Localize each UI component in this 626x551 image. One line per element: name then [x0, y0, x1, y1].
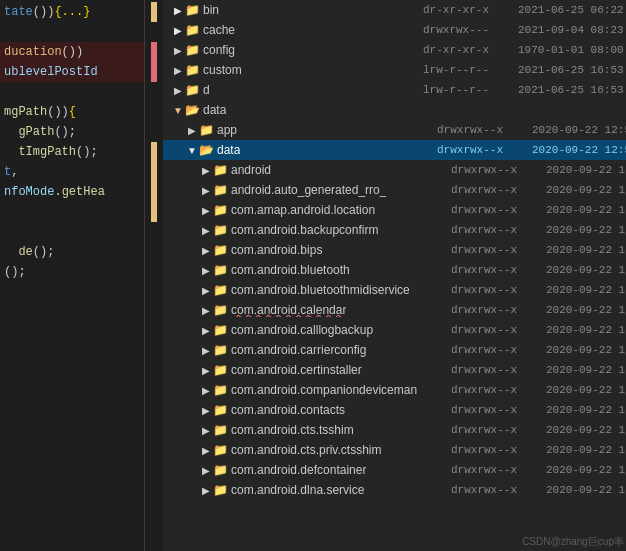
code-line-5 — [0, 82, 144, 102]
expand-arrow[interactable]: ▶ — [199, 365, 213, 376]
expand-arrow[interactable]: ▶ — [199, 345, 213, 356]
expand-arrow[interactable]: ▶ — [199, 185, 213, 196]
expand-arrow[interactable]: ▼ — [185, 145, 199, 156]
tree-row-data-parent[interactable]: ▼ 📂 data — [163, 100, 626, 120]
tree-row-cache[interactable]: ▶ 📁 cache drwxrwx--- 2021-09-04 08:23 — [163, 20, 626, 40]
file-name: com.android.backupconfirm — [231, 223, 451, 237]
tree-row-calendar[interactable]: ▶ 📁 com.android.calendar drwxrwx--x 2020… — [163, 300, 626, 320]
file-name: com.android.bluetoothmidiservice — [231, 283, 451, 297]
folder-icon: 📁 — [213, 383, 229, 397]
folder-icon: 📁 — [213, 203, 229, 217]
expand-arrow[interactable]: ▶ — [199, 445, 213, 456]
tree-row-defcontainer[interactable]: ▶ 📁 com.android.defcontainer drwxrwx--x … — [163, 460, 626, 480]
watermark: CSDN@zhang巨cup率 — [522, 535, 624, 549]
tree-row-cert[interactable]: ▶ 📁 com.android.certinstaller drwxrwx--x… — [163, 360, 626, 380]
file-name: com.android.carrierconfig — [231, 343, 451, 357]
file-name: com.amap.android.location — [231, 203, 451, 217]
tree-row-android-auto[interactable]: ▶ 📁 android.auto_generated_rro_ drwxrwx-… — [163, 180, 626, 200]
file-name: com.android.certinstaller — [231, 363, 451, 377]
gutter-red-2 — [151, 62, 157, 82]
expand-arrow[interactable]: ▶ — [199, 305, 213, 316]
tree-row-app[interactable]: ▶ 📁 app drwxrwx--x 2020-09-22 12:59 — [163, 120, 626, 140]
folder-icon: 📁 — [185, 3, 201, 17]
expand-arrow[interactable]: ▶ — [199, 405, 213, 416]
expand-arrow[interactable]: ▶ — [199, 485, 213, 496]
file-name: data — [203, 103, 423, 117]
folder-icon: 📁 — [185, 63, 201, 77]
folder-icon: 📁 — [213, 483, 229, 497]
tree-row-data-selected[interactable]: ▼ 📂 data drwxrwx--x 2020-09-22 12:59 — [163, 140, 626, 160]
file-name: app — [217, 123, 437, 137]
folder-icon: 📁 — [213, 343, 229, 357]
tree-row-contacts[interactable]: ▶ 📁 com.android.contacts drwxrwx--x 2020… — [163, 400, 626, 420]
gutter-yellow-2 — [151, 142, 157, 162]
folder-icon: 📁 — [213, 183, 229, 197]
expand-arrow[interactable]: ▶ — [199, 245, 213, 256]
file-name: com.android.cts.tsshim — [231, 423, 451, 437]
folder-icon: 📁 — [199, 123, 215, 137]
expand-arrow[interactable]: ▶ — [171, 85, 185, 96]
tree-row-d[interactable]: ▶ 📁 d lrw-r--r-- 2021-06-25 16:53 — [163, 80, 626, 100]
expand-arrow[interactable]: ▶ — [199, 265, 213, 276]
file-tree[interactable]: ▶ 📁 bin dr-xr-xr-x 2021-06-25 06:22 ▶ 📁 … — [163, 0, 626, 551]
file-name: data — [217, 143, 437, 157]
gutter-yellow-4 — [151, 182, 157, 202]
tree-row-companion[interactable]: ▶ 📁 com.android.companiondeviceman drwxr… — [163, 380, 626, 400]
file-name: com.android.bips — [231, 243, 451, 257]
code-line-13: de(); — [0, 242, 144, 262]
tree-row-btmidi[interactable]: ▶ 📁 com.android.bluetoothmidiservice drw… — [163, 280, 626, 300]
expand-arrow[interactable]: ▶ — [199, 285, 213, 296]
expand-arrow[interactable]: ▶ — [199, 425, 213, 436]
file-name: com.android.defcontainer — [231, 463, 451, 477]
folder-icon: 📂 — [199, 143, 215, 157]
folder-icon: 📁 — [185, 83, 201, 97]
code-line-11 — [0, 202, 144, 222]
expand-arrow[interactable]: ▶ — [199, 205, 213, 216]
expand-arrow[interactable]: ▶ — [185, 125, 199, 136]
expand-arrow[interactable]: ▶ — [171, 25, 185, 36]
tree-row-backupconfirm[interactable]: ▶ 📁 com.android.backupconfirm drwxrwx--x… — [163, 220, 626, 240]
tree-row-amap[interactable]: ▶ 📁 com.amap.android.location drwxrwx--x… — [163, 200, 626, 220]
gutter-empty-2 — [151, 82, 157, 142]
expand-arrow[interactable]: ▶ — [199, 165, 213, 176]
file-name: custom — [203, 63, 423, 77]
code-line-8: tImgPath(); — [0, 142, 144, 162]
expand-arrow[interactable]: ▶ — [171, 65, 185, 76]
expand-arrow[interactable]: ▶ — [199, 225, 213, 236]
file-name: cache — [203, 23, 423, 37]
file-name: config — [203, 43, 423, 57]
gutter-yellow-1 — [151, 2, 157, 22]
tree-row-bips[interactable]: ▶ 📁 com.android.bips drwxrwx--x 2020-09-… — [163, 240, 626, 260]
expand-arrow[interactable]: ▼ — [171, 105, 185, 116]
tree-row-android[interactable]: ▶ 📁 android drwxrwx--x 2020-09-22 12:59 — [163, 160, 626, 180]
tree-row-config[interactable]: ▶ 📁 config dr-xr-xr-x 1970-01-01 08:00 — [163, 40, 626, 60]
tree-row-custom[interactable]: ▶ 📁 custom lrw-r--r-- 2021-06-25 16:53 — [163, 60, 626, 80]
file-name: com.android.dlna.service — [231, 483, 451, 497]
expand-arrow[interactable]: ▶ — [199, 325, 213, 336]
folder-icon: 📁 — [213, 163, 229, 177]
code-line-6: mgPath()) { — [0, 102, 144, 122]
code-line-14: (); — [0, 262, 144, 282]
folder-icon: 📁 — [213, 463, 229, 477]
tree-row-cts[interactable]: ▶ 📁 com.android.cts.tsshim drwxrwx--x 20… — [163, 420, 626, 440]
file-explorer-panel: ▶ 📁 bin dr-xr-xr-x 2021-06-25 06:22 ▶ 📁 … — [163, 0, 626, 551]
file-name: com.android.calllogbackup — [231, 323, 451, 337]
tree-row-bluetooth[interactable]: ▶ 📁 com.android.bluetooth drwxrwx--x 202… — [163, 260, 626, 280]
folder-icon: 📁 — [185, 43, 201, 57]
expand-arrow[interactable]: ▶ — [171, 45, 185, 56]
code-line-12 — [0, 222, 144, 242]
code-line-3: ducation()) — [0, 42, 144, 62]
expand-arrow[interactable]: ▶ — [199, 465, 213, 476]
change-gutter — [145, 0, 163, 551]
expand-arrow[interactable]: ▶ — [199, 385, 213, 396]
code-line-7: gPath(); — [0, 122, 144, 142]
folder-icon: 📁 — [213, 243, 229, 257]
code-line-9: t, — [0, 162, 144, 182]
expand-arrow[interactable]: ▶ — [171, 5, 185, 16]
code-panel: tate()) {...} ducation()) ublevelPostId … — [0, 0, 145, 551]
tree-row-calllog[interactable]: ▶ 📁 com.android.calllogbackup drwxrwx--x… — [163, 320, 626, 340]
tree-row-dlna[interactable]: ▶ 📁 com.android.dlna.service drwxrwx--x … — [163, 480, 626, 500]
tree-row-carrier[interactable]: ▶ 📁 com.android.carrierconfig drwxrwx--x… — [163, 340, 626, 360]
tree-row-cts-priv[interactable]: ▶ 📁 com.android.cts.priv.ctsshim drwxrwx… — [163, 440, 626, 460]
tree-row-bin[interactable]: ▶ 📁 bin dr-xr-xr-x 2021-06-25 06:22 — [163, 0, 626, 20]
